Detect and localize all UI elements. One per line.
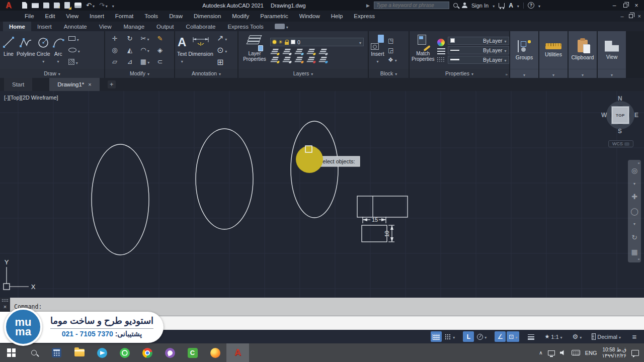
navbar-caret-icon[interactable] bbox=[633, 222, 635, 226]
redo-button[interactable] bbox=[99, 2, 108, 9]
stretch-button[interactable] bbox=[112, 58, 117, 65]
dim-arrow[interactable] bbox=[363, 218, 367, 221]
drawing-canvas[interactable]: 1510YXSelect objects: [-][Top][2D Wirefr… bbox=[0, 91, 644, 298]
draw-panel-label[interactable]: Draw bbox=[0, 69, 104, 78]
linetype-dropdown[interactable]: ByLayer bbox=[448, 56, 509, 64]
edit-block-button[interactable] bbox=[388, 47, 397, 54]
status-units-button[interactable]: Decimal bbox=[590, 331, 623, 342]
search-expand-icon[interactable]: ▶ bbox=[366, 3, 370, 8]
linetype-list-icon[interactable] bbox=[437, 57, 445, 62]
arc-button[interactable]: Arc bbox=[52, 33, 65, 68]
ellipse-2[interactable] bbox=[196, 129, 253, 229]
utilities-panel[interactable]: Utilities bbox=[539, 31, 568, 78]
lineweight-list-icon[interactable] bbox=[437, 48, 445, 55]
menu-express[interactable]: Express bbox=[348, 13, 380, 19]
doc-minimize-button[interactable]: – bbox=[620, 13, 623, 19]
ribbon-tab-express-tools[interactable]: Express Tools bbox=[221, 22, 269, 31]
plot-button[interactable] bbox=[64, 2, 70, 9]
menu-draw[interactable]: Draw bbox=[164, 13, 188, 19]
ribbon-tab-annotate[interactable]: Annotate bbox=[58, 22, 93, 31]
store-caret-icon[interactable] bbox=[517, 3, 519, 9]
new-button[interactable] bbox=[22, 2, 27, 9]
new-drawing-tab-button[interactable]: + bbox=[108, 80, 116, 88]
ribbon-tab-collaborate[interactable]: Collaborate bbox=[180, 22, 222, 31]
taskbar-clock[interactable]: 10:58 ق.ظ ۱۳۹۹/۱۲/۲۶ bbox=[602, 347, 626, 359]
mirror-button[interactable] bbox=[127, 46, 132, 54]
properties-panel-label[interactable]: Properties» bbox=[410, 69, 509, 78]
viewcube-south[interactable]: S bbox=[618, 128, 622, 135]
table-button[interactable] bbox=[217, 57, 227, 67]
language-indicator[interactable]: ENG bbox=[585, 350, 597, 356]
trim-button[interactable] bbox=[141, 35, 149, 42]
status-menu-button[interactable] bbox=[629, 331, 640, 342]
drag-grip-icon[interactable] bbox=[2, 299, 9, 302]
status-grid-button[interactable] bbox=[431, 331, 442, 342]
layer-tool-icon[interactable] bbox=[282, 57, 292, 62]
menu-dimension[interactable]: Dimension bbox=[188, 13, 226, 19]
save-as-button[interactable] bbox=[54, 3, 60, 9]
ellipse-tool-button[interactable] bbox=[68, 46, 80, 55]
taskbar-firefox[interactable] bbox=[204, 343, 226, 362]
layer-tool-icon[interactable] bbox=[318, 49, 328, 54]
dim-arrow[interactable] bbox=[390, 237, 393, 242]
rectangle-tool-button[interactable] bbox=[68, 34, 80, 43]
taskbar-autocad[interactable] bbox=[226, 343, 249, 362]
view-panel[interactable]: View bbox=[598, 31, 626, 78]
status-lineweight-button[interactable] bbox=[525, 331, 536, 342]
taskbar-file-explorer[interactable] bbox=[68, 343, 91, 362]
array-button[interactable] bbox=[140, 58, 149, 65]
customize-button[interactable] bbox=[112, 3, 114, 9]
pan-icon[interactable] bbox=[631, 193, 637, 201]
clipboard-panel[interactable]: Clipboard bbox=[569, 31, 597, 78]
zoom-icon[interactable] bbox=[630, 207, 638, 215]
showmotion-icon[interactable] bbox=[631, 248, 637, 256]
minimize-button[interactable]: – bbox=[609, 0, 620, 11]
file-tab-start[interactable]: Start bbox=[4, 78, 32, 91]
menu-insert[interactable]: Insert bbox=[84, 13, 110, 19]
dimension-button[interactable]: Dimension bbox=[188, 33, 213, 68]
status-ortho-button[interactable] bbox=[463, 331, 474, 342]
menu-view[interactable]: View bbox=[60, 13, 84, 19]
tray-expand-icon[interactable]: ∧ bbox=[539, 350, 542, 355]
leader-button[interactable] bbox=[217, 33, 227, 43]
status-polar-button[interactable] bbox=[475, 331, 489, 342]
status-otrack-button[interactable] bbox=[507, 331, 519, 342]
sign-in-caret-icon[interactable] bbox=[493, 3, 495, 9]
help-caret-icon[interactable] bbox=[538, 3, 540, 9]
help-icon[interactable]: ? bbox=[528, 2, 534, 9]
save-button[interactable] bbox=[43, 3, 49, 9]
ucs-y-label[interactable]: Y bbox=[5, 258, 9, 266]
search-icon[interactable] bbox=[453, 3, 458, 8]
layer-dropdown[interactable]: 0 bbox=[270, 38, 364, 46]
groups-panel[interactable]: Groups bbox=[510, 31, 538, 78]
rectangle-1[interactable] bbox=[357, 196, 408, 217]
modify-panel-label[interactable]: Modify bbox=[105, 69, 174, 78]
layer-tool-icon[interactable] bbox=[306, 49, 316, 54]
layer-properties-button[interactable]: Layer Properties bbox=[240, 33, 269, 68]
status-annot-button[interactable]: 1:1 bbox=[542, 331, 564, 342]
open-button[interactable] bbox=[32, 3, 39, 8]
text-button[interactable]: A Text bbox=[177, 33, 187, 68]
print-button[interactable] bbox=[74, 3, 82, 8]
menu-tools[interactable]: Tools bbox=[139, 13, 164, 19]
status-snap-button[interactable] bbox=[443, 331, 457, 342]
undo-button[interactable] bbox=[86, 2, 95, 9]
viewport-controls-label[interactable]: [-][Top][2D Wireframe] bbox=[4, 95, 58, 101]
ribbon-tab-home[interactable]: Home bbox=[3, 22, 31, 31]
dim-text-15[interactable]: 15 bbox=[372, 217, 378, 223]
scale-button[interactable] bbox=[127, 58, 133, 65]
menu-format[interactable]: Format bbox=[110, 13, 139, 19]
copy-button[interactable] bbox=[112, 46, 117, 54]
sign-in-link[interactable]: Sign In bbox=[471, 3, 489, 9]
taskbar-telegram[interactable] bbox=[91, 343, 113, 362]
status-gear-button[interactable] bbox=[571, 331, 584, 342]
create-block-button[interactable] bbox=[388, 37, 397, 44]
dim-text-10[interactable]: 10 bbox=[384, 231, 390, 237]
viewcube-north[interactable]: N bbox=[618, 95, 622, 102]
layer-tool-icon[interactable] bbox=[270, 49, 280, 54]
layer-tool-icon[interactable] bbox=[282, 49, 292, 54]
fillet-button[interactable] bbox=[140, 46, 149, 54]
rotate-button[interactable] bbox=[127, 35, 133, 42]
action-center-icon[interactable] bbox=[631, 350, 639, 356]
start-button[interactable] bbox=[0, 343, 23, 362]
